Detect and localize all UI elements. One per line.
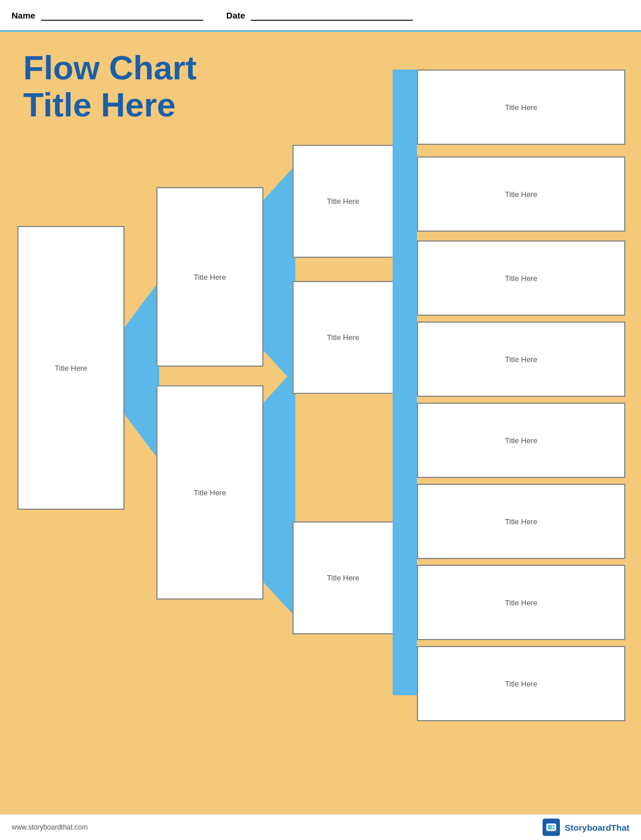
logo-text: StoryboardThat xyxy=(565,823,629,832)
chart-title: Flow Chart Title Here xyxy=(23,49,197,123)
box-level3-6: Title Here xyxy=(417,484,625,559)
svg-rect-4 xyxy=(548,825,552,830)
logo-icon xyxy=(543,819,560,836)
date-input-line xyxy=(251,9,413,21)
name-input-line xyxy=(41,9,203,21)
title-line2: Title Here xyxy=(23,86,197,123)
name-field: Name xyxy=(12,9,203,21)
storyboardthat-icon xyxy=(545,821,557,833)
box-level1-bottom: Title Here xyxy=(156,385,263,600)
box-level3-5: Title Here xyxy=(417,403,625,478)
main-area: Flow Chart Title Here Title Here Title H… xyxy=(0,32,641,814)
box-level2-3: Title Here xyxy=(292,521,394,634)
connector-root-level1 xyxy=(124,281,159,461)
svg-rect-5 xyxy=(552,825,555,827)
box-level2-1-label: Title Here xyxy=(327,197,360,206)
name-label: Name xyxy=(12,10,35,20)
title-line1: Flow Chart xyxy=(23,49,197,86)
box-level3-2-label: Title Here xyxy=(505,190,537,199)
box-level3-8: Title Here xyxy=(417,646,625,721)
footer: www.storyboardthat.com StoryboardThat xyxy=(0,814,641,840)
box-level3-4: Title Here xyxy=(417,322,625,397)
box-level3-4-label: Title Here xyxy=(505,355,537,364)
box-level1-top-label: Title Here xyxy=(194,273,226,282)
connector-vertical-bar xyxy=(393,70,417,695)
footer-logo: StoryboardThat xyxy=(543,819,629,836)
header: Name Date xyxy=(0,0,641,32)
box-root: Title Here xyxy=(17,226,124,510)
box-level3-2: Title Here xyxy=(417,156,625,232)
footer-url: www.storyboardthat.com xyxy=(12,823,87,831)
page: Name Date Flow Chart Title Here Title He… xyxy=(0,0,641,840)
box-level3-6-label: Title Here xyxy=(505,517,537,526)
box-level3-1-label: Title Here xyxy=(505,103,537,112)
box-level1-top: Title Here xyxy=(156,187,263,367)
box-level3-7-label: Title Here xyxy=(505,598,537,607)
box-level1-bottom-label: Title Here xyxy=(194,488,226,497)
svg-rect-6 xyxy=(552,828,555,830)
box-level3-7: Title Here xyxy=(417,565,625,640)
connector-l1bottom-l2 xyxy=(263,368,295,617)
box-level3-8-label: Title Here xyxy=(505,680,537,688)
box-level2-3-label: Title Here xyxy=(327,574,360,582)
box-level2-1: Title Here xyxy=(292,145,394,258)
box-level3-5-label: Title Here xyxy=(505,436,537,445)
box-level3-1: Title Here xyxy=(417,70,625,145)
box-level2-2-label: Title Here xyxy=(327,333,360,342)
date-label: Date xyxy=(226,10,246,20)
svg-marker-0 xyxy=(124,281,159,461)
svg-marker-2 xyxy=(263,368,295,617)
svg-marker-1 xyxy=(263,165,295,385)
box-root-label: Title Here xyxy=(55,364,87,372)
box-level2-2: Title Here xyxy=(292,281,394,394)
box-level3-3: Title Here xyxy=(417,240,625,316)
box-level3-3-label: Title Here xyxy=(505,274,537,283)
connector-l1top-l2 xyxy=(263,165,295,385)
date-field: Date xyxy=(226,9,413,21)
